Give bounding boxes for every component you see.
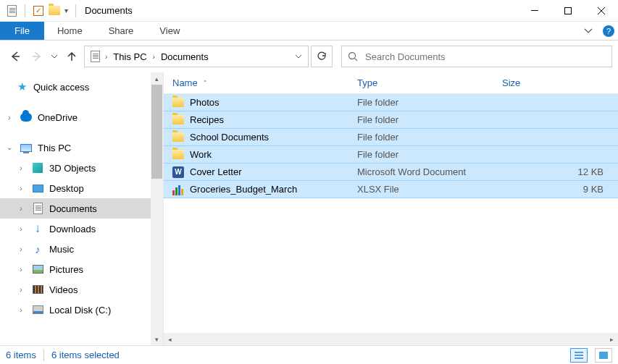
address-document-icon bbox=[89, 51, 101, 62]
svg-point-2 bbox=[349, 53, 356, 59]
scroll-thumb[interactable] bbox=[151, 85, 162, 179]
file-row[interactable]: WorkFile folder bbox=[164, 146, 618, 164]
nav-item-3d-objects[interactable]: ›3D Objects bbox=[0, 158, 163, 178]
file-type: File folder bbox=[357, 97, 502, 108]
help-button[interactable]: ? bbox=[599, 22, 618, 40]
xlsx-icon bbox=[172, 184, 184, 195]
search-input[interactable] bbox=[365, 51, 606, 62]
chevron-right-icon[interactable]: › bbox=[6, 114, 13, 122]
scroll-down-icon[interactable]: ▾ bbox=[151, 333, 163, 345]
properties-checked-icon[interactable]: ✓ bbox=[33, 5, 44, 17]
details-view-button[interactable] bbox=[570, 348, 588, 363]
chevron-right-icon[interactable]: › bbox=[17, 225, 25, 233]
search-icon bbox=[348, 51, 358, 62]
nav-item-label: Documents bbox=[49, 203, 97, 214]
file-name: Groceries_Budget_March bbox=[190, 184, 297, 195]
qat-dropdown-icon[interactable]: ▾ bbox=[64, 7, 68, 14]
column-type[interactable]: Type bbox=[357, 77, 502, 88]
large-icons-view-button[interactable] bbox=[595, 348, 612, 363]
nav-item-label: Local Disk (C:) bbox=[49, 305, 111, 316]
chevron-right-icon[interactable]: › bbox=[17, 185, 25, 192]
nav-item-label: Music bbox=[49, 244, 74, 255]
minimize-button[interactable] bbox=[518, 0, 551, 22]
navigation-pane[interactable]: ★ Quick access › OneDrive ⌄ This PC ›3D … bbox=[0, 72, 164, 345]
back-button[interactable] bbox=[6, 47, 25, 66]
scroll-up-icon[interactable]: ▴ bbox=[151, 72, 163, 85]
nav-quick-access[interactable]: ★ Quick access bbox=[0, 77, 163, 97]
file-type: File folder bbox=[357, 149, 502, 160]
file-tab[interactable]: File bbox=[0, 22, 44, 40]
file-row[interactable]: School DocumentsFile folder bbox=[164, 129, 618, 146]
file-type: File folder bbox=[357, 114, 502, 125]
file-row[interactable]: Groceries_Budget_MarchXLSX File9 KB bbox=[164, 181, 618, 198]
music-icon: ♪ bbox=[32, 243, 43, 255]
file-list[interactable]: PhotosFile folderRecipesFile folderSchoo… bbox=[164, 94, 618, 333]
nav-item-local-disk-c-[interactable]: ›Local Disk (C:) bbox=[0, 300, 163, 320]
chevron-right-icon[interactable]: › bbox=[17, 164, 25, 172]
nav-item-documents[interactable]: ›Documents bbox=[0, 198, 163, 219]
nav-this-pc[interactable]: ⌄ This PC bbox=[0, 137, 163, 158]
tab-home[interactable]: Home bbox=[44, 22, 96, 40]
column-headers: Name ˄ Type Size bbox=[164, 72, 618, 94]
document-icon bbox=[6, 5, 17, 17]
nav-item-desktop[interactable]: ›Desktop bbox=[0, 178, 163, 198]
file-name: Work bbox=[190, 149, 212, 160]
folder-icon[interactable] bbox=[49, 5, 60, 17]
nav-item-label: Desktop bbox=[49, 183, 84, 194]
file-row[interactable]: WCover LetterMicrosoft Word Document12 K… bbox=[164, 164, 618, 181]
svg-rect-0 bbox=[531, 10, 538, 11]
nav-item-videos[interactable]: ›Videos bbox=[0, 279, 163, 300]
chevron-right-icon[interactable]: › bbox=[17, 306, 25, 314]
body: ★ Quick access › OneDrive ⌄ This PC ›3D … bbox=[0, 72, 618, 345]
forward-button[interactable] bbox=[28, 47, 46, 66]
nav-item-pictures[interactable]: ›Pictures bbox=[0, 259, 163, 279]
file-row[interactable]: RecipesFile folder bbox=[164, 111, 618, 129]
horizontal-scrollbar[interactable]: ◂ ▸ bbox=[164, 333, 618, 345]
tab-view[interactable]: View bbox=[146, 22, 193, 40]
file-name: School Documents bbox=[190, 132, 269, 143]
chevron-right-icon[interactable]: › bbox=[17, 245, 25, 253]
nav-onedrive[interactable]: › OneDrive bbox=[0, 107, 163, 127]
chevron-right-icon[interactable]: › bbox=[17, 286, 25, 294]
up-button[interactable] bbox=[62, 47, 81, 66]
close-button[interactable] bbox=[585, 0, 618, 22]
address-dropdown-icon[interactable] bbox=[292, 54, 305, 59]
file-name: Cover Letter bbox=[190, 166, 242, 177]
breadcrumb-this-pc[interactable]: This PC bbox=[112, 51, 148, 62]
title-bar: ✓ ▾ Documents bbox=[0, 0, 618, 22]
file-type: Microsoft Word Document bbox=[357, 166, 502, 177]
status-item-count: 6 items bbox=[6, 350, 36, 360]
ribbon-collapse-icon[interactable] bbox=[577, 22, 599, 40]
navigation-bar: › This PC › Documents bbox=[0, 41, 618, 72]
desktop-icon bbox=[32, 182, 43, 194]
nav-item-downloads[interactable]: ›↓Downloads bbox=[0, 219, 163, 239]
search-box[interactable] bbox=[341, 46, 612, 67]
refresh-button[interactable] bbox=[311, 46, 333, 67]
folder-icon bbox=[172, 149, 184, 161]
address-bar[interactable]: › This PC › Documents bbox=[84, 46, 309, 67]
tab-share[interactable]: Share bbox=[96, 22, 147, 40]
file-name: Photos bbox=[190, 97, 219, 108]
scroll-right-icon[interactable]: ▸ bbox=[606, 336, 618, 343]
recent-locations-button[interactable] bbox=[49, 47, 59, 66]
scroll-left-icon[interactable]: ◂ bbox=[164, 336, 176, 343]
nav-scrollbar[interactable]: ▴ ▾ bbox=[151, 72, 163, 345]
chevron-right-icon[interactable]: › bbox=[105, 53, 107, 61]
file-size: 12 KB bbox=[502, 166, 618, 177]
column-size[interactable]: Size bbox=[502, 77, 618, 88]
nav-item-music[interactable]: ›♪Music bbox=[0, 239, 163, 259]
quick-access-toolbar: ✓ ▾ bbox=[0, 4, 79, 17]
chevron-right-icon[interactable]: › bbox=[153, 53, 155, 61]
file-name: Recipes bbox=[190, 114, 224, 125]
ribbon: File Home Share View ? bbox=[0, 22, 618, 41]
nav-label: OneDrive bbox=[38, 112, 78, 123]
chevron-right-icon[interactable]: › bbox=[17, 205, 25, 213]
chevron-right-icon[interactable]: › bbox=[17, 266, 25, 274]
breadcrumb-documents[interactable]: Documents bbox=[159, 51, 210, 62]
file-row[interactable]: PhotosFile folder bbox=[164, 94, 618, 111]
chevron-down-icon[interactable]: ⌄ bbox=[6, 143, 13, 151]
help-icon: ? bbox=[603, 25, 614, 37]
download-icon: ↓ bbox=[32, 223, 43, 234]
column-name[interactable]: Name ˄ bbox=[172, 77, 357, 88]
maximize-button[interactable] bbox=[551, 0, 585, 22]
